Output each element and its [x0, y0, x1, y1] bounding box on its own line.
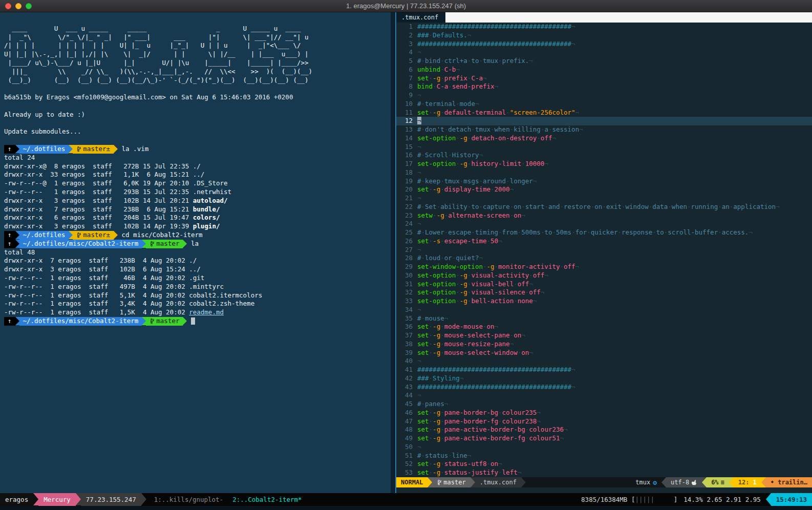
space-dot: ·	[506, 109, 510, 116]
vim-pane[interactable]: .tmux.conf 1############################…	[396, 12, 812, 493]
powerline-separator	[521, 477, 526, 487]
tmux-window-2[interactable]: 2:..Cobalt2-iterm*	[228, 493, 306, 506]
line-number: 34	[396, 306, 413, 314]
eol-mark: ¬	[417, 143, 421, 151]
vim-line: 13#·don't·detach·tmux·when·killing·a·ses…	[396, 125, 812, 134]
space-dot: ·	[440, 109, 444, 116]
syntax-token: msgs	[463, 177, 479, 185]
syntax-token: line	[452, 452, 467, 459]
syntax-token: quiet?	[456, 254, 479, 262]
pane-divider[interactable]	[391, 12, 396, 493]
encoding-label: utf-8	[671, 479, 689, 486]
file-name: plugin/	[193, 222, 220, 230]
statusline-scroll-percent: 6% ≡	[707, 477, 729, 487]
powerline-separator	[15, 317, 19, 325]
space-dot: ·	[587, 228, 591, 236]
line-number: 16	[396, 151, 413, 160]
line-content: set·-g·mode-mouse·on¬	[417, 323, 498, 331]
vim-line: 21¬	[396, 194, 812, 203]
statusline-filetype: tmux ⚙	[631, 477, 661, 487]
space-dot: ·	[440, 237, 444, 245]
space-dot: ·	[429, 426, 433, 433]
tmux-window-1[interactable]: 1:..kills/gnuplot-	[149, 493, 228, 506]
powerline-separator	[702, 477, 707, 487]
vim-line: 18¬	[396, 168, 812, 177]
prompt-path-segment: ~/.dotfiles/misc/Cobalt2-iterm	[19, 240, 142, 248]
minimize-button[interactable]	[15, 3, 22, 9]
space-dot: ·	[440, 460, 444, 468]
eol-mark: ¬	[575, 263, 580, 270]
line-content: #·terminal·mode¬	[417, 100, 479, 109]
vim-line: 39set·-g·mouse-select-window·on¬	[396, 349, 812, 357]
syntax-token: around	[483, 177, 506, 185]
terminal-pane[interactable]: ____ U ___ u _____ _____ _ U _____ u ___…	[0, 12, 391, 493]
line-content: set·-g·mouse-select-pane·on¬	[417, 331, 525, 340]
line-content: ¬	[417, 117, 421, 125]
statusline-encoding: utf-8	[666, 477, 702, 487]
vim-line: 48set·-g·pane-active-border-bg·colour236…	[396, 426, 812, 434]
syntax-token: set	[417, 323, 429, 330]
syntax-token: #	[417, 203, 421, 210]
file-meta: -rw-r--r--@ 1 eragos staff 6,0K 19 Apr 2…	[4, 179, 193, 187]
line-content: set·-g·status-justify·left¬	[417, 469, 521, 477]
space-dot: ·	[440, 323, 444, 330]
space-dot: ·	[498, 469, 502, 476]
syntax-token: left	[502, 469, 518, 476]
eol-mark: ¬	[417, 91, 421, 99]
syntax-token: set	[417, 469, 429, 476]
eol-mark: ¬	[541, 288, 545, 296]
syntax-token: #	[417, 400, 421, 408]
eol-mark: ¬	[479, 254, 483, 262]
file-meta: drwxr-xr-x 3 eragos staff 102B 14 Apr 19…	[4, 222, 193, 230]
syntax-token: capture	[483, 203, 510, 210]
vim-tab[interactable]: .tmux.conf	[396, 12, 445, 23]
line-content: set·-g·mouse-select-window·on¬	[417, 349, 533, 357]
space-dot: ·	[429, 109, 433, 116]
prompt-branch-segment: master±	[73, 145, 114, 154]
space-dot: ·	[440, 340, 444, 348]
line-content: set-option·-g·detach-on-destroy·off¬	[417, 134, 556, 143]
syntax-token: on	[514, 331, 521, 339]
syntax-token: bind	[425, 57, 440, 65]
line-content: ¬	[417, 143, 421, 152]
line-content: ¬	[417, 391, 421, 400]
syntax-token: monitor-activity	[498, 263, 560, 270]
terminal-line: U| |_| |\.-,_,| |_| |,/| |\ \| _|/ | | \…	[4, 50, 391, 59]
prompt-branch-segment: master	[146, 240, 183, 248]
close-button[interactable]	[5, 3, 11, 9]
line-content: set-window-option·-g·monitor-activity·of…	[417, 263, 579, 271]
syntax-token: on	[521, 349, 529, 356]
line-number: 15	[396, 143, 413, 152]
tmux-session-user: eragos	[0, 493, 33, 506]
terminal-line: drwxr-xr-x 33 eragos staff 1,1K 6 Aug 15…	[4, 171, 391, 179]
file-name: ./	[189, 257, 197, 264]
syntax-token: don't	[425, 125, 444, 133]
syntax-token: #	[417, 100, 421, 108]
syntax-token: -s	[433, 237, 440, 245]
vim-line: 42###·Styling¬	[396, 374, 812, 383]
syntax-token: detach	[448, 125, 471, 133]
file-meta: -rw-r--r-- 1 eragos staff 46B 4 Aug 20:0…	[4, 274, 189, 282]
shell-prompt-line: ↑~/.dotfilesmaster± cd misc/Cobalt2-iter…	[4, 231, 391, 240]
syntax-token: detach-on-destroy	[471, 134, 537, 142]
syntax-token: ctrl+a	[444, 57, 467, 65]
syntax-token: prefix.	[502, 57, 529, 65]
eol-mark: ¬	[521, 331, 525, 339]
file-link[interactable]: readme.md	[189, 308, 224, 316]
vim-line: 36set·-g·mode-mouse·on¬	[396, 323, 812, 331]
syntax-token: #	[417, 228, 421, 236]
syntax-token: off	[518, 280, 529, 288]
syntax-token: -g	[460, 280, 467, 288]
vim-buffer[interactable]: 1#######################################…	[396, 23, 812, 477]
space-dot: ·	[456, 297, 460, 305]
fullscreen-button[interactable]	[26, 3, 32, 9]
apple-icon	[692, 479, 697, 486]
vim-line: 4¬	[396, 48, 812, 57]
space-dot: ·	[429, 374, 433, 382]
vim-block-cursor: ¬	[417, 117, 421, 124]
line-number: 5	[396, 57, 413, 66]
filetype-label: tmux	[635, 479, 650, 486]
line-number: 28	[396, 254, 413, 263]
eol-mark: ¬	[533, 297, 537, 305]
space-dot: ·	[421, 452, 425, 459]
